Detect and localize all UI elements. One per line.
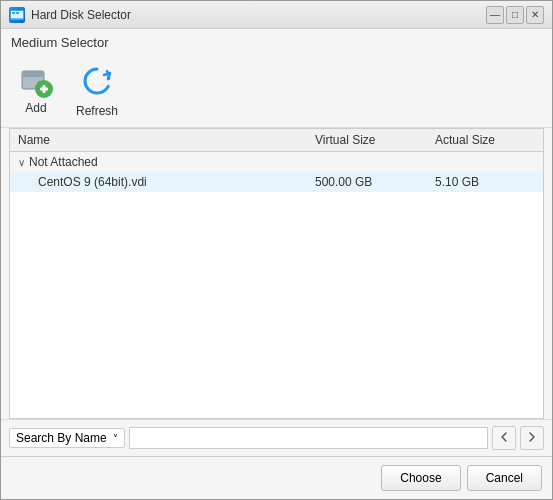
table-row[interactable]: CentOS 9 (64bit).vdi 500.00 GB 5.10 GB [10, 172, 543, 192]
table-body: ∨ Not Attached CentOS 9 (64bit).vdi 500.… [10, 152, 543, 418]
search-next-button[interactable] [520, 426, 544, 450]
title-bar: Hard Disk Selector — □ ✕ [1, 1, 552, 29]
table-header: Name Virtual Size Actual Size [10, 129, 543, 152]
search-next-icon [525, 430, 539, 447]
search-type-label: Search By Name [16, 431, 107, 445]
close-button[interactable]: ✕ [526, 6, 544, 24]
add-button-label: Add [25, 101, 46, 115]
refresh-button-label: Refresh [76, 104, 118, 118]
dropdown-arrow-icon: ˅ [113, 433, 118, 444]
header-name: Name [18, 133, 315, 147]
window-title: Hard Disk Selector [31, 8, 131, 22]
disk-table: Name Virtual Size Actual Size ∨ Not Atta… [9, 128, 544, 419]
title-bar-left: Hard Disk Selector [9, 7, 131, 23]
add-button[interactable]: Add [9, 58, 63, 120]
search-type-dropdown[interactable]: Search By Name ˅ [9, 428, 125, 448]
window-subtitle: Medium Selector [1, 29, 552, 54]
svg-rect-10 [43, 85, 46, 93]
svg-rect-3 [16, 12, 19, 14]
svg-rect-5 [23, 72, 43, 77]
disk-name: CentOS 9 (64bit).vdi [38, 175, 315, 189]
main-window: Hard Disk Selector — □ ✕ Medium Selector [0, 0, 553, 500]
search-bar: Search By Name ˅ [1, 419, 552, 456]
group-label: Not Attached [29, 155, 98, 169]
add-icon [18, 63, 54, 99]
header-actual-size: Actual Size [435, 133, 535, 147]
search-prev-button[interactable] [492, 426, 516, 450]
title-bar-controls: — □ ✕ [486, 6, 544, 24]
group-row-not-attached: ∨ Not Attached [10, 152, 543, 172]
minimize-button[interactable]: — [486, 6, 504, 24]
disk-virtual-size: 500.00 GB [315, 175, 435, 189]
window-icon [9, 7, 25, 23]
maximize-button[interactable]: □ [506, 6, 524, 24]
svg-rect-2 [12, 12, 15, 14]
action-bar: Choose Cancel [1, 456, 552, 499]
toolbar: Add Refresh [1, 54, 552, 128]
refresh-button[interactable]: Refresh [67, 58, 127, 123]
search-input[interactable] [129, 427, 488, 449]
choose-button[interactable]: Choose [381, 465, 460, 491]
cancel-button[interactable]: Cancel [467, 465, 542, 491]
search-prev-icon [497, 430, 511, 447]
header-virtual-size: Virtual Size [315, 133, 435, 147]
disk-actual-size: 5.10 GB [435, 175, 535, 189]
refresh-icon [79, 63, 115, 102]
chevron-down-icon: ∨ [18, 157, 25, 168]
